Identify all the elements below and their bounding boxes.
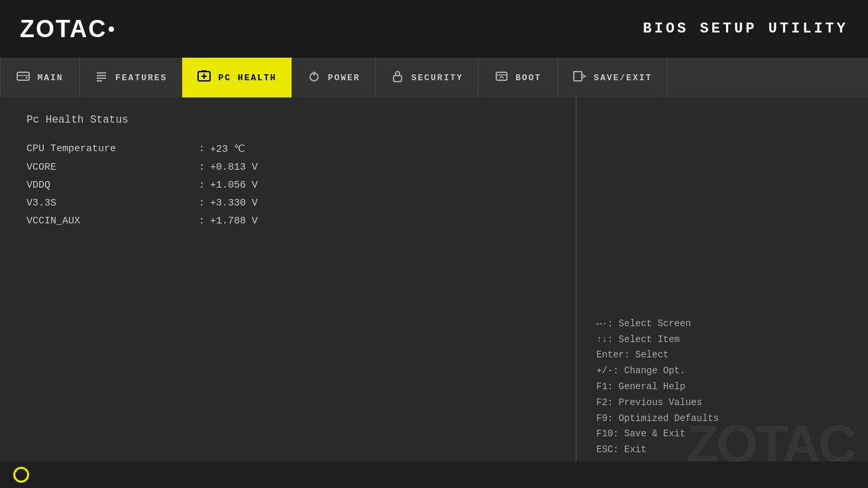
stat-row-vddq: VDDQ : +1.056 V [27, 180, 549, 191]
power-icon [307, 69, 321, 86]
help-line-4: +/-: Change Opt. [596, 363, 848, 379]
save-exit-icon [572, 69, 587, 86]
svg-point-2 [26, 77, 28, 79]
stat-sep-3: : [199, 198, 205, 209]
right-panel: ZOTAC ↔·: Select Screen ↑↓: Select Item … [576, 97, 868, 488]
stat-sep-4: : [199, 215, 205, 227]
stat-sep-0: : [199, 143, 205, 154]
left-panel: Pc Health Status CPU Temperature : +23 ℃… [0, 97, 576, 488]
plus-box-icon [197, 69, 211, 86]
stat-value-v33s: +3.330 V [210, 198, 258, 209]
nav-item-pc-health[interactable]: PC HEALTH [182, 58, 292, 97]
logo-text: ZOTAC [20, 15, 107, 43]
stat-label-vddq: VDDQ [27, 180, 199, 191]
bottom-bar [0, 461, 868, 488]
stat-row-vcore: VCORE : +0.813 V [27, 162, 549, 173]
stat-value-vccin: +1.788 V [210, 215, 258, 227]
help-line-3: Enter: Select [596, 347, 848, 363]
boot-icon [494, 69, 509, 86]
stat-value-cpu-temp: +23 ℃ [210, 143, 245, 155]
nav-label-security: SECURITY [411, 73, 463, 83]
nav-label-save-exit: SAVE/EXIT [594, 73, 652, 83]
stat-row-v33s: V3.3S : +3.330 V [27, 198, 549, 209]
nav-item-save-exit[interactable]: SAVE/EXIT [558, 58, 667, 97]
nav-bar: MAIN FEATURES PC HEALTH [0, 58, 868, 97]
section-title: Pc Health Status [27, 114, 549, 126]
hdd-icon [16, 69, 30, 86]
stat-row-vccin: VCCIN_AUX : +1.788 V [27, 215, 549, 227]
nav-label-power: POWER [328, 73, 360, 83]
svg-rect-10 [201, 70, 207, 72]
nav-item-features[interactable]: FEATURES [80, 58, 182, 97]
list-icon [94, 69, 109, 86]
svg-rect-1 [17, 75, 29, 76]
logo: ZOTAC [20, 15, 114, 43]
nav-label-pc-health: PC HEALTH [218, 73, 276, 83]
stat-label-v33s: V3.3S [27, 198, 199, 209]
nav-item-main[interactable]: MAIN [0, 58, 80, 97]
stat-sep-1: : [199, 162, 205, 173]
stat-value-vddq: +1.056 V [210, 180, 258, 191]
help-line-5: F1: General Help [596, 379, 848, 395]
svg-rect-15 [574, 72, 582, 81]
content-area: Pc Health Status CPU Temperature : +23 ℃… [0, 97, 868, 488]
nav-item-boot[interactable]: BOOT [478, 58, 558, 97]
nav-item-security[interactable]: SECURITY [376, 58, 478, 97]
nav-label-boot: BOOT [515, 73, 541, 83]
help-line-6: F2: Previous Values [596, 395, 848, 411]
nav-label-main: MAIN [37, 73, 63, 83]
svg-rect-13 [394, 76, 402, 82]
stat-value-vcore: +0.813 V [210, 162, 258, 173]
stat-label-cpu-temp: CPU Temperature [27, 143, 199, 154]
svg-rect-0 [17, 72, 29, 80]
help-line-1: ↔·: Select Screen [596, 316, 848, 332]
bios-title: BIOS SETUP UTILITY [643, 21, 848, 37]
nav-item-power[interactable]: POWER [292, 58, 376, 97]
nav-label-features: FEATURES [115, 73, 167, 83]
stat-sep-2: : [199, 180, 205, 191]
logo-dot [109, 27, 114, 32]
stat-label-vcore: VCORE [27, 162, 199, 173]
stat-row-cpu-temp: CPU Temperature : +23 ℃ [27, 143, 549, 155]
header: ZOTAC BIOS SETUP UTILITY [0, 0, 868, 58]
lock-icon [390, 69, 405, 86]
stat-label-vccin: VCCIN_AUX [27, 215, 199, 227]
bottom-circle-icon [13, 467, 29, 483]
help-line-2: ↑↓: Select Item [596, 332, 848, 348]
